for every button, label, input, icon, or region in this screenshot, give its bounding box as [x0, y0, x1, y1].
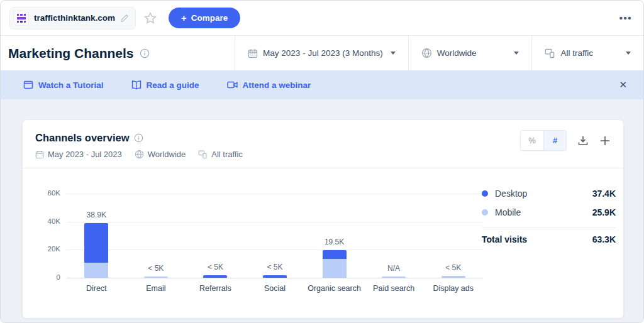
legend-divider: [482, 227, 616, 228]
y-axis-tick: 0: [35, 273, 60, 281]
traffic-value: All traffic: [560, 48, 593, 58]
calendar-icon: [248, 48, 258, 58]
bar-column-social: < 5KSocial: [245, 182, 305, 304]
domain-chip[interactable]: trafficthinktank.com: [9, 7, 136, 30]
video-camera-icon: [227, 80, 238, 90]
book-icon: [131, 80, 142, 90]
globe-icon: [135, 150, 144, 159]
edit-domain-icon[interactable]: [120, 14, 129, 23]
bar-segment-desktop[interactable]: [323, 250, 347, 259]
add-widget-button[interactable]: [599, 135, 611, 146]
date-range-filter[interactable]: May 2023 - Jul 2023 (3 Months): [235, 36, 408, 70]
total-visits-value: 63.3K: [592, 234, 616, 244]
bar-segment-mobile[interactable]: [323, 259, 347, 278]
main-content: Channels overview May 2023 - Jul 2023: [1, 99, 643, 323]
bar-value-label: < 5K: [126, 264, 186, 273]
site-favicon: [14, 11, 29, 26]
bar[interactable]: [382, 276, 406, 278]
close-icon[interactable]: ✕: [616, 77, 630, 93]
legend-name: Desktop: [495, 189, 527, 199]
plus-icon: [599, 135, 611, 146]
devices-icon: [545, 48, 555, 58]
legend-name: Mobile: [495, 207, 521, 217]
bar[interactable]: [144, 276, 168, 278]
pixel-logo-icon: [16, 13, 26, 23]
bar-segment-mobile[interactable]: [441, 276, 465, 278]
y-axis-tick: 20K: [35, 245, 60, 253]
category-label: Email: [126, 284, 186, 293]
chart-legend: Desktop 37.4K Mobile 25.9K Total visits …: [482, 184, 616, 244]
channels-overview-card: Channels overview May 2023 - Jul 2023: [23, 120, 623, 318]
attend-webinar-link[interactable]: Attend a webinar: [227, 80, 311, 90]
plus-icon: +: [181, 13, 187, 23]
y-axis-tick: 40K: [35, 217, 60, 225]
filter-bar: May 2023 - Jul 2023 (3 Months) Worldwide…: [235, 36, 643, 70]
legend-value: 37.4K: [592, 189, 616, 199]
category-label: Display ads: [423, 284, 483, 293]
category-label: Paid search: [364, 284, 424, 293]
bar-value-label: < 5K: [245, 263, 305, 271]
date-range-value: May 2023 - Jul 2023 (3 Months): [263, 48, 383, 58]
region-value: Worldwide: [437, 48, 477, 58]
bar[interactable]: [441, 276, 465, 278]
subtitle-region: Worldwide: [148, 150, 186, 159]
bar-column-organic-search: 19.5KOrganic search: [304, 182, 364, 304]
chevron-down-icon: [514, 52, 519, 55]
bar-segment-desktop[interactable]: [203, 275, 227, 278]
subtitle-date: May 2023 - Jul 2023: [48, 150, 122, 159]
app-window: trafficthinktank.com + Compare ••• Marke…: [0, 0, 644, 323]
bar-segment-mobile[interactable]: [382, 276, 406, 278]
desktop-dot-icon: [482, 190, 488, 197]
bar[interactable]: [263, 275, 287, 278]
total-visits-label: Total visits: [482, 234, 527, 244]
bar-column-email: < 5KEmail: [126, 182, 186, 304]
region-filter[interactable]: Worldwide: [408, 36, 532, 70]
subtitle-traffic: All traffic: [211, 150, 243, 159]
compare-label: Compare: [191, 13, 228, 23]
devices-icon: [198, 150, 208, 159]
watch-tutorial-link[interactable]: Watch a Tutorial: [23, 80, 104, 90]
domain-name: trafficthinktank.com: [34, 13, 115, 23]
category-label: Organic search: [304, 284, 364, 293]
number-toggle-button[interactable]: #: [543, 131, 566, 150]
info-icon[interactable]: [140, 48, 150, 58]
bar-segment-mobile[interactable]: [144, 276, 168, 278]
bar-column-referrals: < 5KReferrals: [186, 182, 245, 304]
chevron-down-icon: [391, 52, 396, 55]
category-label: Social: [245, 284, 305, 293]
legend-item-mobile[interactable]: Mobile 25.9K: [482, 203, 616, 222]
bar-segment-desktop[interactable]: [84, 223, 108, 263]
percent-toggle-button[interactable]: %: [521, 131, 543, 150]
traffic-filter[interactable]: All traffic: [531, 36, 643, 70]
tutorial-icon: [23, 80, 33, 90]
bar-segment-mobile[interactable]: [84, 263, 108, 278]
bar-column-paid-search: N/APaid search: [364, 182, 424, 304]
bar-value-label: 38.9K: [67, 211, 126, 219]
chevron-down-icon: [626, 52, 631, 55]
download-icon: [577, 134, 589, 147]
read-guide-link[interactable]: Read a guide: [131, 80, 199, 90]
download-button[interactable]: [577, 134, 589, 147]
page-header: Marketing Channels May 2023 - Jul 2023 (…: [1, 36, 643, 70]
info-icon[interactable]: [134, 133, 143, 143]
legend-item-desktop[interactable]: Desktop 37.4K: [482, 184, 616, 203]
bar[interactable]: [323, 250, 347, 278]
compare-button[interactable]: + Compare: [169, 8, 240, 28]
bar-column-direct: 38.9KDirect: [67, 182, 126, 304]
category-label: Referrals: [186, 284, 245, 293]
legend-total-row: Total visits 63.3K: [482, 234, 616, 244]
more-menu-icon[interactable]: •••: [619, 13, 632, 23]
bar-value-label: < 5K: [186, 263, 245, 271]
promo-banner: Watch a Tutorial Read a guide Attend a w…: [1, 70, 643, 99]
card-controls: % #: [520, 130, 611, 151]
favorite-star-icon[interactable]: [143, 11, 157, 25]
banner-link-label: Read a guide: [147, 80, 199, 90]
bar-segment-desktop[interactable]: [263, 275, 287, 278]
bar[interactable]: [84, 223, 108, 278]
value-mode-toggle: % #: [520, 130, 567, 151]
bar-value-label: N/A: [364, 264, 424, 273]
banner-link-label: Attend a webinar: [243, 80, 311, 90]
card-divider: [23, 168, 623, 168]
bar[interactable]: [203, 275, 227, 278]
page-title: Marketing Channels: [1, 46, 134, 61]
